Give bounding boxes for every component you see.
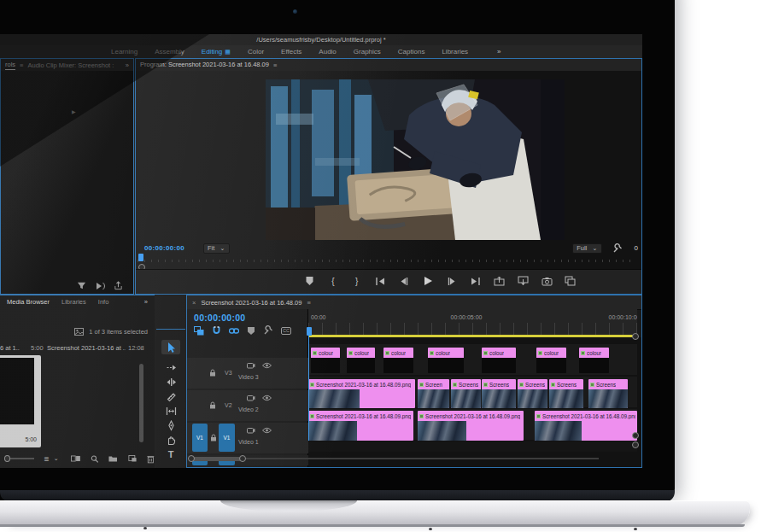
lift-button[interactable] bbox=[494, 275, 506, 287]
timeline-hscroll-track[interactable] bbox=[190, 458, 599, 459]
go-to-in-button[interactable] bbox=[374, 275, 386, 287]
step-back-button[interactable] bbox=[398, 275, 410, 287]
timeline-marker-icon[interactable] bbox=[247, 326, 255, 336]
captions-cc-icon[interactable]: CC bbox=[281, 327, 291, 335]
tab-editing[interactable]: Editing▦ bbox=[202, 48, 231, 56]
track-header-v1[interactable]: V1 V1 Video 1 bbox=[187, 423, 308, 453]
timeline-tab-title[interactable]: Screenshot 2021-03-16 at 16.48.09 bbox=[201, 299, 301, 307]
video-preview[interactable] bbox=[266, 79, 565, 240]
mark-out-button[interactable]: } bbox=[351, 275, 363, 287]
hscroll-handle-right[interactable] bbox=[239, 455, 246, 462]
vscroll-handle-top[interactable] bbox=[632, 333, 639, 340]
source-patch-v1[interactable]: V1 bbox=[192, 424, 208, 452]
linked-selection-icon[interactable] bbox=[229, 326, 239, 336]
clip-screens[interactable]: Screens bbox=[518, 379, 547, 408]
clip-screens[interactable]: Screens bbox=[549, 379, 583, 408]
playback-resolution-dropdown[interactable]: Full⌄ bbox=[572, 243, 601, 254]
clip-colour[interactable]: colour bbox=[383, 348, 413, 373]
tab-audio[interactable]: Audio bbox=[319, 48, 336, 56]
clip-screenshot-png[interactable]: Screenshot 2021-03-16 at 16.48.09.png bbox=[308, 411, 413, 441]
search-icon[interactable] bbox=[91, 454, 99, 464]
lock-icon[interactable] bbox=[210, 434, 217, 441]
vscroll-handle-a[interactable] bbox=[632, 432, 639, 439]
tab-libraries[interactable]: Libraries bbox=[442, 48, 468, 56]
list-view-button[interactable]: ≡ bbox=[44, 454, 50, 464]
tab-effects[interactable]: Effects bbox=[281, 48, 301, 56]
timeline-panel-menu-icon[interactable]: ≡ bbox=[307, 299, 310, 307]
snap-magnet-icon[interactable] bbox=[212, 326, 221, 336]
timeline-hscroll-bar[interactable] bbox=[190, 457, 245, 461]
clip-screenshot-png[interactable]: Screenshot 2021-03-16 at 16.48.09.png bbox=[418, 411, 524, 441]
track-visibility-eye-icon[interactable] bbox=[262, 362, 272, 369]
tab-color[interactable]: Color bbox=[248, 48, 264, 56]
clip-screenshot-png[interactable]: Screenshot 2021-03-16 at 16.48.09.png bbox=[308, 379, 415, 408]
add-marker-button[interactable] bbox=[303, 275, 315, 287]
tab-libraries-panel[interactable]: Libraries bbox=[61, 298, 86, 306]
filter-funnel-icon[interactable] bbox=[77, 281, 86, 290]
program-playhead[interactable] bbox=[138, 254, 143, 261]
slip-tool[interactable] bbox=[164, 405, 178, 417]
selected-clip-thumbnail[interactable]: 5:00 bbox=[0, 355, 41, 447]
go-to-out-button[interactable] bbox=[470, 275, 482, 287]
lock-icon[interactable] bbox=[209, 401, 216, 409]
automate-sequence-icon[interactable] bbox=[71, 454, 80, 463]
tab-assembly[interactable]: Assembly bbox=[155, 48, 184, 56]
thumb-zoom-handle[interactable] bbox=[4, 455, 10, 462]
nest-sequence-toggle-icon[interactable] bbox=[194, 326, 204, 336]
workspace-overflow-button[interactable]: » bbox=[497, 48, 501, 56]
chevron-down-icon[interactable]: ⌄ bbox=[54, 455, 59, 462]
delete-trash-icon[interactable] bbox=[147, 454, 155, 464]
extract-button[interactable] bbox=[517, 275, 529, 287]
tab-effect-controls-partial[interactable]: rols bbox=[5, 61, 15, 70]
panel-overflow-icon[interactable]: » bbox=[126, 61, 129, 69]
track-header-v3[interactable]: V3 Video 3 bbox=[187, 358, 308, 389]
new-bin-folder-icon[interactable] bbox=[108, 454, 117, 463]
hand-tool[interactable] bbox=[164, 434, 178, 446]
clip-colour[interactable]: colour bbox=[428, 348, 464, 373]
razor-tool[interactable] bbox=[164, 390, 178, 402]
track-target-v3[interactable]: V3 bbox=[225, 370, 232, 376]
export-frame-button[interactable] bbox=[541, 275, 553, 287]
clip-screens[interactable]: Screens bbox=[451, 379, 481, 408]
track-select-tool[interactable] bbox=[164, 361, 178, 373]
program-mini-timeline[interactable] bbox=[138, 256, 636, 265]
fit-dropdown[interactable]: Fit⌄ bbox=[203, 243, 230, 254]
project-item-name[interactable]: 6 at 1.. bbox=[0, 344, 20, 352]
tab-audio-clip-mixer[interactable]: Audio Clip Mixer: Screenshot : bbox=[27, 61, 114, 69]
step-forward-button[interactable] bbox=[446, 275, 458, 287]
settings-wrench-icon[interactable] bbox=[612, 243, 623, 254]
export-icon[interactable] bbox=[114, 281, 123, 290]
clip-colour[interactable]: colour bbox=[482, 348, 516, 373]
track-target-v1[interactable]: V1 bbox=[219, 424, 235, 452]
clip-colour[interactable]: colour bbox=[347, 348, 375, 373]
hscroll-handle-left[interactable] bbox=[188, 455, 195, 462]
close-icon[interactable]: × bbox=[192, 299, 196, 307]
program-panel-menu-icon[interactable]: ≡ bbox=[273, 61, 277, 69]
track-target-v2[interactable]: V2 bbox=[225, 402, 232, 408]
clip-screens[interactable]: Screens bbox=[588, 379, 628, 408]
timeline-playhead[interactable] bbox=[307, 327, 312, 336]
track-header-v2[interactable]: V2 Video 2 bbox=[187, 390, 308, 421]
play-button[interactable] bbox=[422, 275, 434, 287]
pen-tool[interactable] bbox=[164, 419, 178, 431]
track-visibility-eye-icon[interactable] bbox=[262, 427, 272, 434]
clip-screenshot-png[interactable]: Screenshot 2021-03-16 at 16.48.09.png bbox=[535, 411, 637, 441]
sync-lock-icon[interactable] bbox=[247, 427, 255, 434]
project-overflow-icon[interactable]: » bbox=[144, 298, 148, 306]
project-scrollbar[interactable] bbox=[139, 364, 143, 442]
clip-screens[interactable]: Screens bbox=[482, 379, 516, 408]
new-item-icon[interactable] bbox=[128, 454, 137, 463]
selection-tool[interactable] bbox=[161, 340, 180, 354]
thumb-zoom-slider[interactable] bbox=[9, 458, 34, 459]
timeline-settings-wrench-icon[interactable] bbox=[263, 325, 273, 336]
tab-info[interactable]: Info bbox=[98, 298, 109, 306]
lock-icon[interactable] bbox=[209, 369, 216, 377]
sync-lock-icon[interactable] bbox=[247, 395, 255, 401]
sync-lock-icon[interactable] bbox=[247, 362, 255, 369]
project-item-name[interactable]: Screenshot 2021-03-16 at .. bbox=[47, 344, 126, 352]
track-visibility-eye-icon[interactable] bbox=[262, 395, 272, 401]
tab-captions[interactable]: Captions bbox=[398, 48, 425, 56]
mark-in-button[interactable]: { bbox=[327, 275, 339, 287]
clip-colour[interactable]: colour bbox=[536, 348, 566, 373]
panel-menu-icon[interactable]: ≡ bbox=[20, 61, 23, 69]
